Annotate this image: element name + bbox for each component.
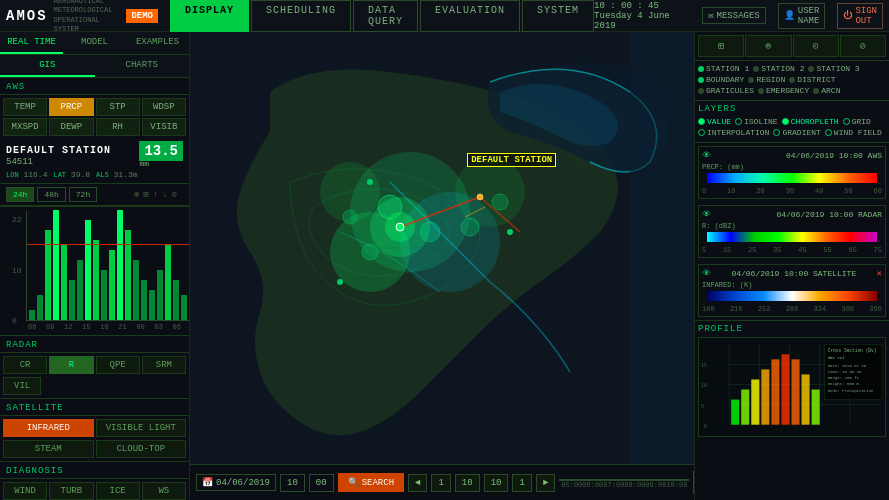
tab-24h[interactable]: 24h xyxy=(6,187,34,202)
search-button[interactable]: 🔍 SEARCH xyxy=(338,473,404,492)
chart-icon-1[interactable]: ⊕ xyxy=(134,189,139,200)
svg-point-20 xyxy=(507,229,513,235)
time-range-tabs: 24h 48h 72h ⊕ ⊞ ↑ ↓ ⊘ xyxy=(0,184,189,206)
tab-realtime[interactable]: REAL TIME xyxy=(0,32,63,54)
station-id: 54511 xyxy=(6,157,33,167)
messages-button[interactable]: ✉ MESSAGES xyxy=(702,7,766,24)
radar-qpe[interactable]: QPE xyxy=(96,356,140,374)
aws-colorbar-labels: 0 10 20 30 40 50 60 xyxy=(702,187,882,195)
nav-next-far[interactable]: ► xyxy=(536,474,555,492)
nav-step-10-back[interactable]: 10 xyxy=(455,474,480,492)
radar-r[interactable]: R xyxy=(49,356,93,374)
satellite-cloudtop[interactable]: CLOUD-TOP xyxy=(96,440,187,458)
y-label-22: 22 xyxy=(12,215,22,224)
nav-tab-system[interactable]: SYSTEM xyxy=(522,0,594,32)
layers-row-1: VALUE ISOLINE CHOROPLETH GRID xyxy=(698,117,886,126)
chart-bar xyxy=(93,240,99,320)
tool-btn-2[interactable]: ⊕ xyxy=(745,35,791,57)
nav-tab-scheduling[interactable]: SCHEDULING xyxy=(251,0,351,32)
date-field[interactable]: 📅 04/06/2019 xyxy=(196,474,276,491)
opt-station1[interactable]: STATION 1 xyxy=(698,64,749,73)
svg-rect-42 xyxy=(741,390,749,425)
diagnosis-section-header: DIAGNOSIS xyxy=(0,462,189,479)
chart-bar xyxy=(29,310,35,320)
tab-48h[interactable]: 48h xyxy=(37,187,65,202)
timeline-bar[interactable] xyxy=(559,479,689,481)
tab-charts[interactable]: CHARTS xyxy=(95,55,190,77)
satellite-visible[interactable]: VISIBLE LIGHT xyxy=(96,419,187,437)
layer-isoline[interactable]: ISOLINE xyxy=(735,117,778,126)
tab-model[interactable]: MODEL xyxy=(63,32,126,54)
opt-arcn[interactable]: ARCN xyxy=(813,86,840,95)
radar-cr[interactable]: CR xyxy=(3,356,47,374)
aws-stp[interactable]: STP xyxy=(96,98,140,116)
chart-icon-2[interactable]: ⊞ xyxy=(143,189,148,200)
chart-icon-3[interactable]: ↑ xyxy=(153,190,158,200)
diagnosis-section: DIAGNOSIS WIND TURB ICE WS xyxy=(0,461,189,500)
tab-gis[interactable]: GIS xyxy=(0,55,95,77)
username-button[interactable]: 👤 USER NAME xyxy=(778,3,826,29)
prev-button[interactable]: ◀ xyxy=(693,471,694,494)
time-hour-field[interactable]: 10 xyxy=(280,474,305,492)
aws-wdsp[interactable]: WDSP xyxy=(142,98,186,116)
diagnosis-ws[interactable]: WS xyxy=(142,482,186,500)
nav-tab-evaluation[interactable]: EVALUATION xyxy=(420,0,520,32)
aws-visib[interactable]: VISIB xyxy=(142,118,186,136)
svg-rect-31 xyxy=(707,291,877,301)
radar-vil[interactable]: VIL xyxy=(3,377,41,395)
aws-prcp[interactable]: PRCP xyxy=(49,98,93,116)
aws-dewp[interactable]: DEWP xyxy=(49,118,93,136)
satellite-infrared[interactable]: INFRARED xyxy=(3,419,94,437)
search-icon: 🔍 xyxy=(348,477,359,488)
opt-emergency[interactable]: EMERGENCY xyxy=(758,86,809,95)
opt-region[interactable]: REGION xyxy=(748,75,785,84)
layer-gradient[interactable]: GRADIENT xyxy=(773,128,820,137)
tool-btn-1[interactable]: ⊞ xyxy=(698,35,744,57)
tab-examples[interactable]: EXAMPLES xyxy=(126,32,189,54)
chart-bar xyxy=(85,220,91,320)
tool-btn-4[interactable]: ⊘ xyxy=(840,35,886,57)
opt-boundary[interactable]: BOUNDARY xyxy=(698,75,744,84)
time-minute-field[interactable]: 00 xyxy=(309,474,334,492)
layer-value[interactable]: VALUE xyxy=(698,117,731,126)
nav-tab-dataquery[interactable]: DATA QUERY xyxy=(353,0,418,32)
layer-choropleth[interactable]: CHOROPLETH xyxy=(782,117,839,126)
nav-step-1-back[interactable]: 1 xyxy=(431,474,450,492)
signout-button[interactable]: ⏻ SIGN OUT xyxy=(837,3,883,29)
chart-bar xyxy=(165,245,171,320)
aws-rh[interactable]: RH xyxy=(96,118,140,136)
diagnosis-turb[interactable]: TURB xyxy=(49,482,93,500)
tab-72h[interactable]: 72h xyxy=(69,187,97,202)
radar-srm[interactable]: SRM xyxy=(142,356,186,374)
aws-mxspd[interactable]: MXSPD xyxy=(3,118,47,136)
aws-temp[interactable]: TEMP xyxy=(3,98,47,116)
satellite-steam[interactable]: STEAM xyxy=(3,440,94,458)
chart-bar xyxy=(117,210,123,320)
radar-options: CR R QPE SRM xyxy=(0,353,189,377)
layer-grid[interactable]: GRID xyxy=(843,117,871,126)
nav-tab-display[interactable]: DISPLAY xyxy=(170,0,249,32)
satellite-eye-icon[interactable]: 👁 xyxy=(702,268,711,279)
svg-text:Date: 2019 07 26: Date: 2019 07 26 xyxy=(828,364,867,368)
nav-step-1-forward[interactable]: 1 xyxy=(512,474,531,492)
chart-icon-5[interactable]: ⊘ xyxy=(172,189,177,200)
nav-prev-far[interactable]: ◄ xyxy=(408,474,427,492)
diagnosis-wind[interactable]: WIND xyxy=(3,482,47,500)
opt-district[interactable]: DISTRICT xyxy=(789,75,835,84)
aws-eye-icon[interactable]: 👁 xyxy=(702,150,711,161)
layer-interpolation[interactable]: INTERPOLATION xyxy=(698,128,769,137)
svg-rect-29 xyxy=(707,173,877,183)
graticules-options-row: GRATICULES EMERGENCY ARCN xyxy=(698,86,886,95)
station-name: DEFAULT STATION xyxy=(6,145,111,156)
opt-station2[interactable]: STATION 2 xyxy=(753,64,804,73)
opt-graticules[interactable]: GRATICULES xyxy=(698,86,754,95)
opt-station3[interactable]: STATION 3 xyxy=(808,64,859,73)
satellite-close-button[interactable]: ✕ xyxy=(877,268,882,279)
tool-btn-3[interactable]: ⊙ xyxy=(793,35,839,57)
map-canvas[interactable]: DEFAULT STATION xyxy=(190,32,694,464)
radar-eye-icon[interactable]: 👁 xyxy=(702,209,711,220)
chart-icon-4[interactable]: ↓ xyxy=(162,190,167,200)
nav-step-10-forward[interactable]: 10 xyxy=(484,474,509,492)
diagnosis-ice[interactable]: ICE xyxy=(96,482,140,500)
layer-windfield[interactable]: WIND FIELD xyxy=(825,128,882,137)
